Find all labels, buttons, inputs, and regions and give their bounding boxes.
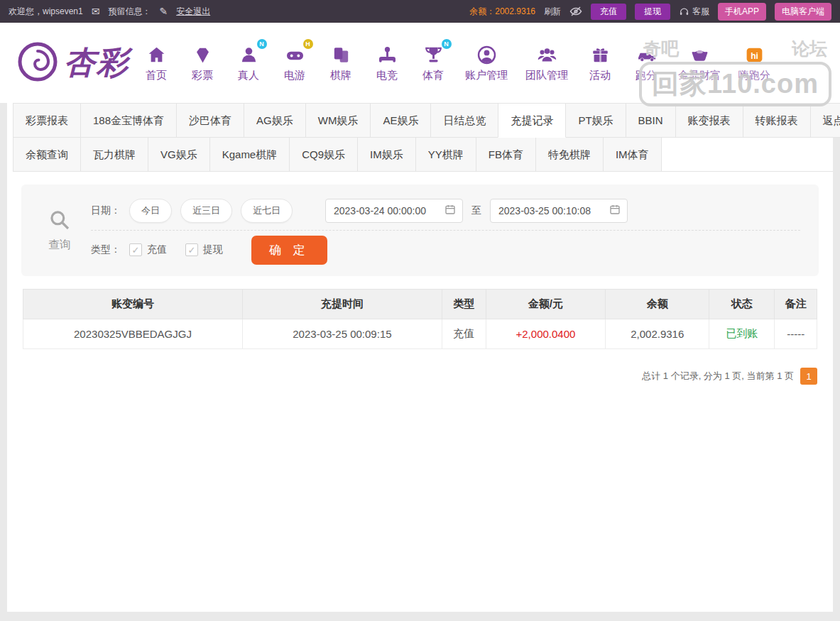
date-to-field (490, 199, 628, 223)
tab-ag[interactable]: AG娱乐 (244, 103, 306, 138)
quick-range-3days[interactable]: 近三日 (180, 199, 232, 223)
col-header-remark: 备注 (775, 290, 817, 319)
tab-daily-summary[interactable]: 日结总览 (430, 103, 498, 138)
tab-deposit-withdraw-records[interactable]: 充提记录 (498, 103, 566, 138)
main-nav: 首页 彩票 N 真人 H 电游 (142, 44, 770, 82)
tab-lottery-report[interactable]: 彩票报表 (13, 103, 81, 138)
quick-range-7days[interactable]: 近七日 (241, 199, 293, 223)
tab-temian-chess[interactable]: 特免棋牌 (535, 137, 604, 172)
nav-item-account-management[interactable]: 账户管理 (465, 44, 508, 82)
nav-item-live[interactable]: N 真人 (234, 44, 263, 82)
tab-yy-chess[interactable]: YY棋牌 (415, 137, 476, 172)
tab-vg[interactable]: VG娱乐 (148, 137, 210, 172)
nav-label: 棋牌 (330, 69, 351, 82)
tab-wali-chess[interactable]: 瓦力棋牌 (80, 137, 148, 172)
cell-status: 已到账 (709, 319, 775, 349)
tab-cq9[interactable]: CQ9娱乐 (289, 137, 358, 172)
refresh-button[interactable]: 刷新 (544, 6, 561, 18)
to-label: 至 (471, 204, 481, 217)
new-badge: N (257, 39, 267, 49)
hot-badge: H (303, 39, 313, 49)
page: 欢迎您，wipseven1 ✉ 预留信息： ✎ 安全退出 余额：2002.931… (0, 0, 840, 612)
tab-wm[interactable]: WM娱乐 (305, 103, 371, 138)
nav-label: 跑分 (636, 69, 657, 82)
cell-remark: ----- (775, 319, 817, 349)
tab-saba-sports[interactable]: 沙巴体育 (176, 103, 244, 138)
tab-account-change-report[interactable]: 账变报表 (675, 103, 743, 138)
search-icon (48, 209, 71, 234)
tab-ae[interactable]: AE娱乐 (370, 103, 431, 138)
gift-icon (590, 44, 611, 65)
date-row: 日期： 今日 近三日 近七日 至 (91, 194, 800, 227)
calendar-icon[interactable] (609, 204, 621, 218)
customer-service[interactable]: 客服 (679, 6, 709, 18)
tab-fb-sports[interactable]: FB体育 (476, 137, 536, 172)
nav-item-jinding-wealth[interactable]: 金鼎财富 (678, 44, 721, 82)
tab-bbin[interactable]: BBIN (626, 103, 676, 138)
nav-label: 嗨跑分 (738, 69, 770, 82)
reserved-info-label: 预留信息： (108, 6, 151, 18)
hi-box-icon: hi (744, 44, 765, 65)
nav-item-promotions[interactable]: 活动 (586, 44, 614, 82)
car-icon (636, 44, 657, 65)
date-from-field (325, 199, 463, 223)
deposit-button[interactable]: 充值 (591, 4, 626, 20)
nav-item-slots[interactable]: H 电游 (280, 44, 309, 82)
tab-im-sports[interactable]: IM体育 (603, 137, 662, 172)
gem-icon (192, 44, 213, 65)
nav-label: 团队管理 (525, 69, 568, 82)
envelope-icon[interactable]: ✉ (92, 6, 100, 17)
person-icon: N (239, 44, 259, 65)
table-header-row: 账变编号 充提时间 类型 金额/元 余额 状态 备注 (23, 290, 817, 319)
tab-row-filler (662, 137, 833, 172)
mobile-app-button[interactable]: 手机APP (718, 3, 766, 21)
search-block[interactable]: 查询 (28, 194, 91, 266)
nav-item-paofen[interactable]: 跑分 (632, 44, 660, 82)
site-logo[interactable]: 杏彩 (17, 41, 129, 85)
home-icon (146, 44, 167, 65)
cell-type: 充值 (442, 319, 486, 349)
withdraw-button[interactable]: 提现 (635, 4, 670, 20)
balance-value: 2002.9316 (495, 6, 535, 16)
type-label: 类型： (91, 243, 121, 256)
tab-row-1: 彩票报表 188金宝博体育 沙巴体育 AG娱乐 WM娱乐 AE娱乐 日结总览 充… (7, 103, 833, 138)
tab-kgame-chess[interactable]: Kgame棋牌 (209, 137, 290, 172)
date-from-input[interactable] (332, 204, 440, 217)
page-button-1[interactable]: 1 (800, 368, 817, 385)
nav-item-esports[interactable]: 电竞 (373, 44, 401, 82)
tab-balance-query[interactable]: 余额查询 (13, 137, 81, 172)
tab-pt[interactable]: PT娱乐 (565, 103, 626, 138)
filter-panel: 查询 日期： 今日 近三日 近七日 至 (21, 185, 819, 276)
headset-icon (679, 6, 689, 17)
nav-item-lottery[interactable]: 彩票 (188, 44, 217, 82)
nav-label: 真人 (238, 69, 259, 82)
service-label: 客服 (692, 6, 709, 18)
tab-im-games[interactable]: IM娱乐 (357, 137, 416, 172)
date-to-input[interactable] (497, 204, 605, 217)
pagination-summary: 总计 1 个记录, 分为 1 页, 当前第 1 页 (642, 370, 794, 383)
quick-range-today[interactable]: 今日 (129, 199, 172, 223)
nav-label: 电竞 (376, 69, 398, 82)
pc-client-button[interactable]: 电脑客户端 (775, 3, 831, 21)
cell-amount: +2,000.0400 (486, 319, 606, 349)
type-row: 类型： 充值 提现 确 定 (91, 233, 800, 266)
edit-icon[interactable]: ✎ (159, 6, 168, 17)
filter-fields: 日期： 今日 近三日 近七日 至 (91, 194, 812, 266)
logout-link[interactable]: 安全退出 (176, 6, 210, 18)
nav-item-sports[interactable]: N 体育 (419, 44, 447, 82)
tab-row-2: 余额查询 瓦力棋牌 VG娱乐 Kgame棋牌 CQ9娱乐 IM娱乐 YY棋牌 F… (7, 137, 833, 172)
nav-item-chess[interactable]: 棋牌 (327, 44, 355, 82)
nav-item-hi-paofen[interactable]: hi 嗨跑分 (738, 44, 770, 82)
tab-transfer-report[interactable]: 转账报表 (743, 103, 811, 138)
tab-188-sports[interactable]: 188金宝博体育 (80, 103, 177, 138)
calendar-icon[interactable] (444, 204, 456, 218)
table-row: 20230325VBBEDAGJGJ 2023-03-25 00:09:15 充… (23, 319, 817, 349)
type-checkbox-deposit[interactable]: 充值 (129, 243, 167, 256)
type-checkbox-withdraw[interactable]: 提现 (185, 243, 223, 256)
logo-text: 杏彩 (64, 42, 129, 84)
confirm-button[interactable]: 确 定 (251, 236, 327, 265)
tab-rebate-total[interactable]: 返点总额 (810, 103, 840, 138)
eye-off-icon[interactable] (569, 5, 582, 18)
nav-item-home[interactable]: 首页 (142, 44, 170, 82)
nav-item-team-management[interactable]: 团队管理 (525, 44, 568, 82)
